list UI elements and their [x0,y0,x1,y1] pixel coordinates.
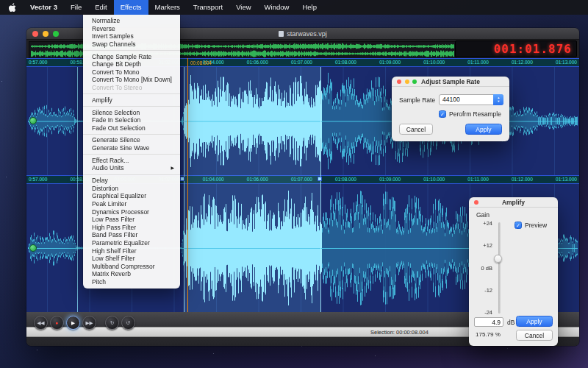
menubar-item[interactable]: Edit [88,0,113,15]
effects-menu-item[interactable]: Graphical Equalizer ▶ [83,192,180,200]
effects-menu-item[interactable]: Pitch ▶ [83,278,180,286]
menu-item-label: Normalize [92,17,120,25]
record-button[interactable]: ● [50,316,64,330]
ruler-time-label: 01:08.000 [335,176,356,183]
effects-menu-item[interactable]: Peak Limiter ▶ [83,200,180,208]
effects-menu-item[interactable]: Delay ▶ [83,177,180,185]
menu-separator: ▶ [83,106,180,107]
apply-button[interactable]: Apply [465,124,502,135]
dialog-titlebar[interactable]: Adjust Sample Rate [392,77,509,87]
gain-value-field[interactable]: 4.9 [474,317,503,327]
play-button[interactable]: ▶ [66,316,80,330]
menu-item-label: Multiband Compressor [92,263,155,271]
minimize-button[interactable] [43,31,49,37]
effects-menu-item[interactable]: Effect Rack... ▶ [83,157,180,165]
transport-glyph-icon: ◀◀ [37,320,45,326]
zoom-button[interactable] [53,31,59,37]
effects-menu-item[interactable]: Amplify ▶ [83,96,180,105]
effects-menu-item[interactable]: Band Pass Filter ▶ [83,231,180,239]
menubar-item[interactable]: Effects [114,0,148,15]
apple-menu[interactable] [0,0,24,15]
menubar-item[interactable]: Window [258,0,296,15]
dialog-title: Amplify [469,197,558,208]
perform-resample-checkbox[interactable]: ✓ [439,110,446,118]
edit-cursor[interactable] [77,67,78,312]
effects-menu-item[interactable]: Fade In Selection ▶ [83,116,180,124]
menu-item-label: Generate Silence [92,136,140,144]
effects-menu-item[interactable]: Normalize ▶ [83,17,180,25]
close-button[interactable] [397,79,401,84]
gain-scale: +24+120 dB-12-24 [469,220,492,316]
menu-item-label: Change Bit Depth [92,60,141,68]
selection-end-handle[interactable] [318,177,322,181]
effects-menu-item[interactable]: Distortion ▶ [83,185,180,193]
menubar-item[interactable]: File [64,0,88,15]
effects-menu-item[interactable]: Low Pass Filter ▶ [83,216,180,224]
menu-item-label: Convert To Stereo [92,84,142,92]
effects-menu: Normalize ▶ Reverse ▶ Invert Samples ▶ S… [83,15,180,289]
effects-menu-item[interactable]: Swap Channels ▶ [83,40,180,49]
ruler-time-label: 01:09.000 [379,176,401,183]
ruler-time-label: 01:12.000 [512,176,533,183]
effects-menu-item[interactable]: Audio Units ▶ [83,164,180,172]
effects-menu-item[interactable]: Invert Samples ▶ [83,32,180,40]
effects-menu-item[interactable]: Fade Out Selection ▶ [83,124,180,132]
selection-region[interactable] [184,67,321,312]
cycle-button[interactable]: ↺ [121,316,135,330]
cancel-button[interactable]: Cancel [516,330,553,341]
loop-button[interactable]: ↻ [105,316,119,330]
ruler-time-label: 01:07.000 [291,59,312,66]
selection-start-handle[interactable] [180,177,184,181]
minimize-button[interactable] [405,79,409,84]
close-button[interactable] [32,31,38,37]
effects-menu-item[interactable]: Low Shelf Filter ▶ [83,255,180,263]
menu-item-label: Silence Selection [92,109,140,117]
effects-menu-item[interactable]: Convert To Mono ▶ [83,68,180,77]
zoom-button[interactable] [412,79,417,84]
menu-item-label: Graphical Equalizer [92,192,146,200]
transport-glyph-icon: ↻ [110,320,114,326]
effects-menu-item[interactable]: Change Bit Depth ▶ [83,60,180,68]
gain-slider-thumb[interactable] [494,255,502,263]
menubar-item[interactable]: View [229,0,257,15]
menubar-item[interactable]: Markers [148,0,187,15]
gain-slider-track[interactable] [498,222,501,314]
track1-arm-button[interactable] [29,117,37,124]
menu-separator: ▶ [83,174,180,175]
menu-item-label: Delay [92,177,108,185]
dialog-titlebar[interactable]: Amplify [469,197,558,208]
stepper-icon[interactable]: ▲ ▼ [493,94,503,105]
menubar-item[interactable]: Transport [187,0,229,15]
apply-button[interactable]: Apply [516,316,553,327]
effects-menu-item[interactable]: Dynamics Processor ▶ [83,208,180,216]
effects-menu-item[interactable]: Generate Sine Wave ▶ [83,144,180,152]
effects-menu-item[interactable]: Multiband Compressor ▶ [83,263,180,271]
apple-icon [9,3,17,13]
ruler-time-label: 0:57.000 [29,176,47,183]
effects-menu-item[interactable]: Reverse ▶ [83,25,180,33]
forward-button[interactable]: ▶▶ [82,316,96,330]
ruler-time-label: 01:09.000 [379,59,401,66]
close-button[interactable] [474,200,478,205]
effects-menu-item[interactable]: Convert To Mono [Mix Down] ▶ [83,76,180,84]
menubar-item[interactable]: Help [295,0,323,15]
gain-unit-label: dB [507,319,514,326]
menu-item-label: Distortion [92,185,118,193]
rewind-button[interactable]: ◀◀ [34,316,48,330]
app-menu[interactable]: Vector 3 [24,0,64,15]
effects-menu-item[interactable]: High Shelf Filter ▶ [83,247,180,255]
cancel-button[interactable]: Cancel [399,124,433,135]
effects-menu-item[interactable]: Parametric Equalizer ▶ [83,239,180,247]
effects-menu-item[interactable]: High Pass Filter ▶ [83,224,180,232]
effects-menu-item[interactable]: Matrix Reverb ▶ [83,270,180,278]
document-icon [279,31,284,37]
effects-menu-item[interactable]: Silence Selection ▶ [83,109,180,117]
track2-arm-button[interactable] [29,244,37,252]
preview-checkbox[interactable]: ✓ [514,222,522,229]
ruler-time-label: 01:11.000 [467,176,488,183]
sample-rate-combobox[interactable]: 44100 ▲ ▼ [439,94,503,105]
time-display: 001:01.876 [455,40,577,57]
effects-menu-item[interactable]: Change Sample Rate ▶ [83,53,180,61]
effects-menu-item[interactable]: Generate Silence ▶ [83,136,180,144]
playhead[interactable] [187,58,188,312]
